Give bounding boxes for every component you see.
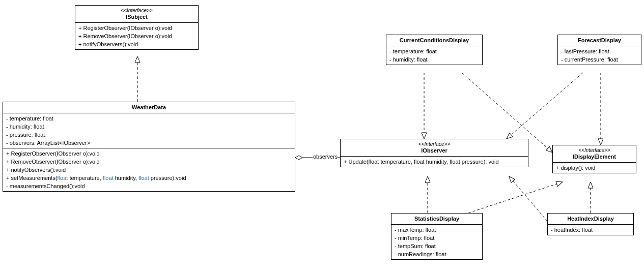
method: + RegisterObserver(IObserver o):void (78, 24, 195, 32)
attribute: - humidity: float (389, 55, 479, 64)
class-isubject: <<Interface>> ISubject + RegisterObserve… (75, 5, 199, 50)
method-setmeasurements: + setMeasurements(float temperature, flo… (6, 174, 292, 182)
method-text: humidity, (114, 175, 138, 181)
attribute: - minTemp: float (395, 234, 479, 242)
attribute: - heatIndex: float (551, 226, 630, 234)
attribute: - numReadings: float (395, 250, 479, 258)
edge-label-observers: observers (313, 154, 338, 160)
method: - measurementsChanged():void (6, 182, 292, 190)
stereotype: <<Interface>> (78, 8, 195, 14)
attribute: - maxTemp: float (395, 226, 479, 234)
class-header: <<Interface>> ISubject (75, 6, 198, 23)
method-text: pressure):void (149, 175, 186, 181)
attribute: - tempSum: float (395, 242, 479, 250)
class-iobserver: <<Interface>> IObserver + Update(float t… (340, 139, 528, 167)
class-name: CurrentConditionsDisplay (389, 37, 479, 44)
attribute: - temperature: float (6, 114, 292, 123)
method-text: temperature, (68, 175, 102, 181)
attribute: - observers: ArrayList<IObserver> (6, 139, 292, 147)
methods-section: + RegisterObserver(IObserver o):void + R… (3, 148, 295, 191)
methods-section: + display(): void (553, 163, 636, 173)
method: + RegisterObserver(IObserver o):void (6, 149, 292, 158)
method: + notifyObservers():void (6, 166, 292, 174)
attributes-section: - temperature: float - humidity: float (386, 46, 482, 65)
attributes-section: - lastPressure: float - currentPressure:… (558, 46, 641, 65)
svg-line-7 (468, 182, 563, 213)
attribute: - humidity: float (6, 123, 292, 131)
class-name: WeatherData (6, 104, 292, 111)
method: + RemoveObserver(IObserver o):void (78, 32, 195, 40)
class-forecastdisplay: ForecastDisplay - lastPressure: float - … (557, 35, 641, 65)
attribute: - temperature: float (389, 47, 479, 55)
class-weatherdata: WeatherData - temperature: float - humid… (3, 102, 295, 192)
class-header: StatisticsDisplay (391, 214, 482, 225)
attributes-section: - maxTemp: float - minTemp: float - temp… (391, 225, 482, 259)
attributes-section: - temperature: float - humidity: float -… (3, 113, 295, 148)
class-header: ForecastDisplay (558, 35, 641, 46)
class-header: <<Interface>> IDisplayElement (553, 145, 636, 163)
methods-section: + Update(float temperature, float humidi… (341, 157, 528, 167)
method: + notifyObservers():void (78, 40, 195, 48)
class-name: IObserver (344, 147, 525, 154)
svg-line-8 (509, 176, 547, 221)
keyword: float (103, 175, 114, 181)
keyword: float (138, 175, 149, 181)
method-text: + setMeasurements( (6, 175, 58, 181)
stereotype: <<Interface>> (344, 141, 525, 147)
stereotype: <<Interface>> (556, 147, 633, 154)
method: + display(): void (556, 164, 633, 172)
class-header: <<Interface>> IObserver (341, 139, 528, 157)
attribute: - pressure: float (6, 131, 292, 139)
class-header: CurrentConditionsDisplay (386, 35, 482, 46)
class-name: IDisplayElement (556, 154, 633, 160)
class-currentconditionsdisplay: CurrentConditionsDisplay - temperature: … (386, 35, 483, 65)
method: + Update(float temperature, float humidi… (344, 158, 525, 166)
class-statisticsdisplay: StatisticsDisplay - maxTemp: float - min… (391, 213, 483, 260)
method: + RemoveObserver(IObserver o):void (6, 158, 292, 166)
attribute: - currentPressure: float (561, 55, 638, 64)
svg-line-4 (507, 73, 583, 139)
class-idisplayelement: <<Interface>> IDisplayElement + display(… (552, 145, 636, 173)
class-name: StatisticsDisplay (395, 216, 479, 222)
attributes-section: - heatIndex: float (548, 225, 633, 235)
class-name: HeatIndexDisplay (551, 216, 630, 222)
class-header: WeatherData (3, 102, 295, 113)
class-name: ISubject (78, 14, 195, 20)
attribute: - lastPressure: float (561, 47, 638, 55)
keyword: float (58, 175, 68, 181)
class-heatindexdisplay: HeatIndexDisplay - heatIndex: float (547, 213, 634, 235)
class-name: ForecastDisplay (561, 37, 638, 44)
methods-section: + RegisterObserver(IObserver o):void + R… (75, 23, 198, 49)
class-header: HeatIndexDisplay (548, 214, 633, 225)
